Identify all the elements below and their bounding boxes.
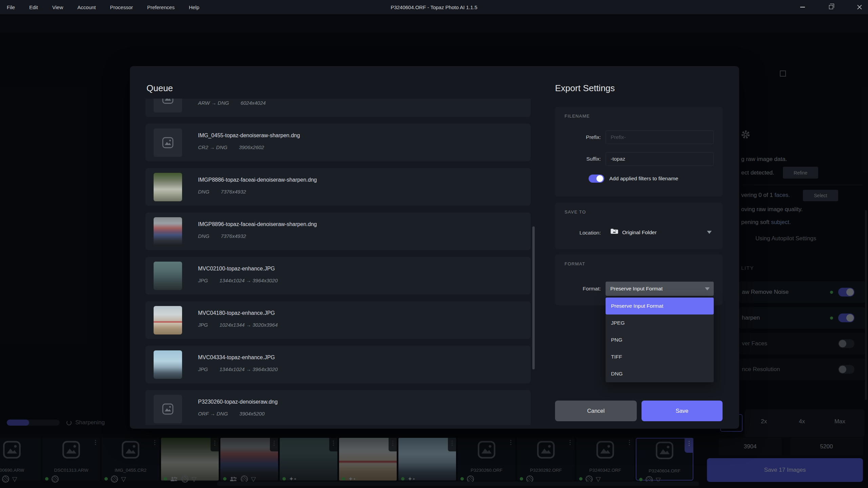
queue-item-meta: DNG7376x4932 [198, 233, 246, 239]
image-placeholder-icon [154, 128, 182, 157]
queue-item[interactable]: MVC04180-topaz-enhance.JPG JPG1024x1344 … [145, 301, 531, 339]
queue-item-meta: CR2 → DNG3906x2602 [198, 144, 264, 150]
queue-title: Queue [146, 83, 173, 94]
format-select[interactable]: Preserve Input Format [606, 282, 714, 296]
queue-item-meta: JPG1024x1344 → 3020x3964 [198, 322, 278, 328]
add-filters-toggle[interactable] [589, 175, 604, 183]
location-label: Location: [564, 230, 601, 236]
cancel-button[interactable]: Cancel [555, 401, 637, 421]
image-placeholder-icon [154, 395, 182, 423]
queue-item-name: P3230260-topaz-denoiseraw.dng [198, 399, 278, 405]
queue-item-name: MVC04180-topaz-enhance.JPG [198, 310, 275, 316]
queue-item-size: 3906x2602 [239, 144, 264, 150]
filename-section: FILENAME Prefix: Suffix: Add applied fil… [555, 107, 723, 197]
queue-item[interactable]: MVC02100-topaz-enhance.JPG JPG1344x1024 … [145, 257, 531, 294]
queue-item-size: 7376x4932 [221, 189, 246, 195]
queue-item-meta: JPG1344x1024 → 3964x3020 [198, 366, 278, 372]
window-titlebar: File Edit View Account Processor Prefere… [0, 0, 868, 14]
save-to-section-label: SAVE TO [565, 209, 586, 215]
photo-thumbnail [154, 217, 182, 246]
export-settings-title: Export Settings [555, 83, 615, 94]
menu-view[interactable]: View [52, 4, 63, 10]
queue-item-format: CR2 → DNG [198, 144, 228, 150]
suffix-input[interactable] [606, 152, 714, 166]
queue-item-meta: ARW → DNG6024x4024 [198, 100, 266, 106]
format-option-dng[interactable]: DNG [606, 365, 714, 382]
menu-bar: File Edit View Account Processor Prefere… [0, 4, 199, 10]
suffix-label: Suffix: [564, 156, 601, 162]
photo-thumbnail [154, 306, 182, 334]
queue-item-size: 7376x4932 [221, 233, 246, 239]
queue-item-name: MVC04334-topaz-enhance.JPG [198, 354, 275, 361]
format-option-png[interactable]: PNG [606, 331, 714, 348]
folder-icon [610, 228, 618, 235]
queue-item-size: 3904x5200 [239, 411, 264, 416]
close-button[interactable] [856, 3, 863, 11]
queue-item-meta: DNG7376x4932 [198, 189, 246, 195]
queue-item-format: ARW → DNG [198, 100, 229, 106]
queue-item[interactable]: ARW → DNG6024x4024 [145, 99, 531, 117]
location-value[interactable]: Original Folder [622, 229, 657, 236]
menu-help[interactable]: Help [189, 4, 199, 10]
chevron-down-icon [705, 287, 710, 290]
restore-button[interactable] [827, 3, 835, 11]
queue-item-size: 1024x1344 → 3020x3964 [219, 322, 278, 328]
queue-item-format: ORF → DNG [198, 411, 228, 416]
minimize-icon [800, 7, 805, 7]
menu-edit[interactable]: Edit [29, 4, 38, 10]
format-label: Format: [564, 286, 601, 292]
queue-item-format: JPG [198, 366, 208, 372]
photo-thumbnail [154, 173, 182, 201]
prefix-input[interactable] [606, 130, 714, 144]
close-icon [857, 4, 862, 10]
queue-item-size: 6024x4024 [240, 100, 265, 106]
queue-item[interactable]: IMG_0455-topaz-denoiseraw-sharpen.dng CR… [145, 124, 531, 161]
queue-item[interactable]: MVC04334-topaz-enhance.JPG JPG1344x1024 … [145, 346, 531, 383]
menu-account[interactable]: Account [77, 4, 96, 10]
queue-item[interactable]: IMGP8886-topaz-faceai-denoiseraw-sharpen… [145, 168, 531, 206]
queue-item-format: JPG [198, 278, 208, 283]
format-dropdown-menu: Preserve Input Format JPEG PNG TIFF DNG [606, 298, 714, 382]
queue-item-format: JPG [198, 322, 208, 328]
format-option-preserve[interactable]: Preserve Input Format [606, 298, 714, 314]
format-option-jpeg[interactable]: JPEG [606, 314, 714, 331]
queue-item-name: IMG_0455-topaz-denoiseraw-sharpen.dng [198, 133, 300, 139]
queue-item-name: MVC02100-topaz-enhance.JPG [198, 266, 275, 272]
format-selected-value: Preserve Input Format [610, 286, 663, 292]
queue-item-name: IMGP8896-topaz-faceai-denoiseraw-sharpen… [198, 221, 317, 227]
export-dialog: Queue Export Settings ARW → DNG6024x4024… [130, 66, 739, 429]
queue-item[interactable]: IMGP8896-topaz-faceai-denoiseraw-sharpen… [145, 212, 531, 250]
minimize-button[interactable] [799, 3, 806, 11]
save-button[interactable]: Save [642, 401, 723, 421]
queue-item-name: IMGP8886-topaz-faceai-denoiseraw-sharpen… [198, 177, 317, 183]
queue-item-format: DNG [198, 189, 209, 195]
image-placeholder-icon [154, 99, 182, 113]
queue-item[interactable]: P3230260-topaz-denoiseraw.dng ORF → DNG3… [145, 390, 531, 425]
photo-thumbnail [154, 262, 182, 290]
format-section-label: FORMAT [565, 261, 585, 266]
format-option-tiff[interactable]: TIFF [606, 348, 714, 365]
queue-scrollbar[interactable] [532, 226, 535, 369]
prefix-label: Prefix: [564, 134, 601, 140]
chevron-down-icon[interactable] [707, 231, 712, 234]
photo-thumbnail [154, 350, 182, 379]
queue-item-meta: JPG1344x1024 → 3964x3020 [198, 278, 278, 283]
queue-item-format: DNG [198, 233, 209, 239]
queue-item-meta: ORF → DNG3904x5200 [198, 411, 264, 416]
menu-file[interactable]: File [7, 4, 15, 10]
menu-preferences[interactable]: Preferences [147, 4, 175, 10]
queue-item-size: 1344x1024 → 3964x3020 [219, 366, 278, 372]
queue-item-size: 1344x1024 → 3964x3020 [219, 278, 278, 283]
queue-list: ARW → DNG6024x4024 IMG_0455-topaz-denois… [145, 99, 533, 425]
filename-section-label: FILENAME [565, 114, 590, 119]
restore-icon [829, 5, 833, 9]
menu-processor[interactable]: Processor [110, 4, 133, 10]
window-title: P3240604.ORF - Topaz Photo AI 1.1.5 [391, 4, 477, 10]
save-to-section: SAVE TO Location: Original Folder [555, 203, 723, 249]
add-filters-toggle-label: Add applied filters to filename [609, 176, 678, 182]
